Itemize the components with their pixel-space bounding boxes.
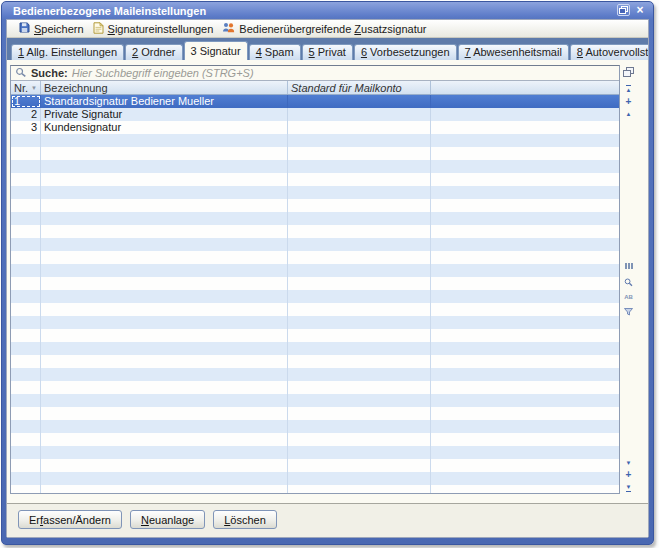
row-extra-cell bbox=[431, 108, 619, 121]
scroll-up-group: ▲ + ▲ bbox=[626, 85, 632, 117]
save-button[interactable]: Speichern bbox=[19, 22, 84, 35]
sort-indicator-icon: ▼ bbox=[31, 85, 37, 91]
row-nr-cell: 3 bbox=[11, 121, 41, 134]
row-down-button[interactable]: ▼ bbox=[626, 460, 632, 466]
users-icon bbox=[222, 22, 235, 35]
row-bezeichnung-cell: Standardsignatur Bediener Mueller bbox=[41, 95, 288, 108]
field-names-icon[interactable]: AB bbox=[624, 294, 633, 301]
close-button[interactable]: × bbox=[634, 4, 646, 16]
row-standard-cell bbox=[288, 95, 431, 108]
tab-privat[interactable]: 5 Privat bbox=[302, 44, 353, 60]
column-chooser-icon[interactable] bbox=[623, 67, 634, 79]
signature-settings-button[interactable]: Signatureinstellungen bbox=[93, 22, 214, 36]
grid-tools-group: AB bbox=[624, 260, 633, 318]
grid-side-toolbar: ▲ + ▲ bbox=[620, 65, 635, 494]
footer-button-bar: Erfassen/Ändern Neuanlage Löschen bbox=[7, 503, 648, 537]
neuanlage-button[interactable]: Neuanlage bbox=[130, 510, 205, 529]
column-header-standard-mailkonto[interactable]: Standard für Mailkonto bbox=[288, 81, 431, 94]
tab-abwesenheitsmail[interactable]: 7 Abwesenheitsmail bbox=[458, 44, 569, 60]
column-header-bezeichnung[interactable]: Bezeichnung bbox=[41, 81, 288, 94]
search-placeholder: Hier Suchbegriff eingeben (STRG+S) bbox=[72, 67, 254, 79]
save-label: Speichern bbox=[34, 23, 84, 35]
tab-autovervollstaendigung[interactable]: 8 Autovervollständigung bbox=[570, 44, 649, 60]
row-standard-cell bbox=[288, 108, 431, 121]
global-extra-signature-button[interactable]: Bedienerübergreifende Zusatzsignatur bbox=[222, 22, 426, 35]
page-up-button[interactable]: + bbox=[626, 98, 632, 106]
row-extra-cell bbox=[431, 95, 619, 108]
card-view-icon[interactable] bbox=[625, 260, 633, 272]
title-bar[interactable]: Bedienerbezogene Maileinstellungen × bbox=[6, 3, 649, 19]
signature-document-icon bbox=[93, 22, 104, 36]
restore-icon bbox=[619, 4, 628, 16]
row-bezeichnung-cell: Kundensignatur bbox=[41, 121, 288, 134]
tab-page-signatur: Suche: Hier Suchbegriff eingeben (STRG+S… bbox=[7, 60, 648, 537]
search-input[interactable]: Suche: Hier Suchbegriff eingeben (STRG+S… bbox=[11, 66, 619, 81]
table-row[interactable]: 2 Private Signatur bbox=[11, 108, 619, 121]
row-bezeichnung-cell: Private Signatur bbox=[41, 108, 288, 121]
save-icon bbox=[19, 22, 30, 35]
tab-vorbesetzungen[interactable]: 6 Vorbesetzungen bbox=[354, 44, 457, 60]
filter-icon[interactable] bbox=[624, 306, 633, 318]
window-title: Bedienerbezogene Maileinstellungen bbox=[13, 5, 206, 17]
search-label: Suche: bbox=[31, 67, 68, 79]
tab-ordner[interactable]: 2 Ordner bbox=[125, 44, 182, 60]
goto-last-row-button[interactable]: ▼ bbox=[626, 484, 632, 492]
toolbar: Speichern Signatureinstellungen bbox=[7, 20, 648, 38]
goto-first-row-button[interactable]: ▲ bbox=[626, 85, 632, 93]
erfassen-aendern-button[interactable]: Erfassen/Ändern bbox=[18, 510, 122, 529]
table-row[interactable]: 3 Kundensignatur bbox=[11, 121, 619, 134]
row-nr-cell: 1 bbox=[11, 95, 41, 108]
signature-grid: Suche: Hier Suchbegriff eingeben (STRG+S… bbox=[10, 65, 635, 494]
search-icon bbox=[15, 67, 27, 80]
grid-empty-rows bbox=[11, 134, 619, 493]
column-header-nr[interactable]: Nr. ▼ bbox=[11, 81, 41, 94]
page-down-button[interactable]: + bbox=[626, 471, 632, 479]
global-extra-signature-label: Bedienerübergreifende Zusatzsignatur bbox=[239, 23, 426, 35]
dialog-window: Bedienerbezogene Maileinstellungen × bbox=[1, 1, 654, 545]
row-extra-cell bbox=[431, 121, 619, 134]
tab-spam[interactable]: 4 Spam bbox=[249, 44, 301, 60]
tab-strip: 1 Allg. Einstellungen 2 Ordner 3 Signatu… bbox=[7, 38, 648, 60]
tab-allg-einstellungen[interactable]: 1 Allg. Einstellungen bbox=[11, 44, 124, 60]
signature-settings-label: Signatureinstellungen bbox=[108, 23, 214, 35]
table-row[interactable]: 1 Standardsignatur Bediener Mueller bbox=[11, 95, 619, 108]
zoom-icon[interactable] bbox=[624, 277, 633, 289]
row-standard-cell bbox=[288, 121, 431, 134]
restore-button[interactable] bbox=[617, 4, 630, 16]
column-header-extra[interactable] bbox=[431, 81, 619, 94]
window-controls: × bbox=[617, 4, 646, 16]
tab-signatur[interactable]: 3 Signatur bbox=[184, 41, 248, 60]
scroll-down-group: ▼ + ▼ bbox=[626, 460, 632, 492]
row-nr-cell: 2 bbox=[11, 108, 41, 121]
grid-columns-area: Suche: Hier Suchbegriff eingeben (STRG+S… bbox=[10, 65, 620, 494]
loeschen-button[interactable]: Löschen bbox=[213, 510, 277, 529]
grid-header-row: Nr. ▼ Bezeichnung Standard für Mailkonto bbox=[11, 81, 619, 95]
row-up-button[interactable]: ▲ bbox=[626, 111, 632, 117]
client-area: Speichern Signatureinstellungen bbox=[6, 19, 649, 538]
